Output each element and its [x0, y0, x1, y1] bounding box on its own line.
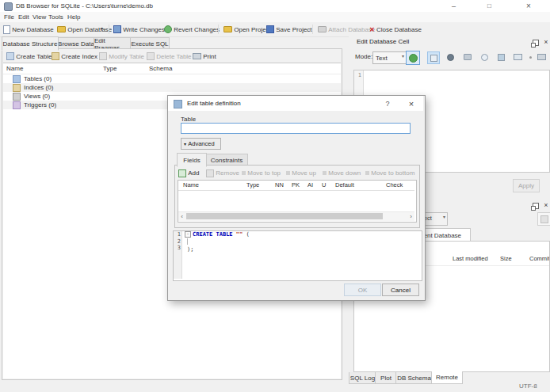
menu-help[interactable]: Help: [67, 12, 80, 22]
scroll-left-arrow[interactable]: ‹: [178, 212, 185, 220]
remote-column-commit[interactable]: Commit: [529, 254, 550, 264]
scroll-thumb[interactable]: [186, 213, 383, 219]
remote-float-button[interactable]: [531, 202, 540, 210]
cell-tool-button-2[interactable]: [445, 51, 456, 63]
cancel-button[interactable]: Cancel: [382, 284, 419, 296]
dialog-close-button[interactable]: ×: [401, 96, 422, 111]
fields-pane: Add Remove Move to top Move up Move down…: [174, 165, 420, 228]
print-icon: [193, 53, 201, 59]
help-icon: ?: [385, 100, 389, 108]
close-icon: ×: [526, 2, 531, 10]
print-cell-button[interactable]: [536, 51, 547, 63]
word-wrap-toggle[interactable]: [427, 51, 440, 64]
tree-column-type[interactable]: Type: [103, 63, 116, 74]
window-title: DB Browser for SQLite - C:\Users\turne\d…: [16, 0, 153, 12]
revert-changes-button[interactable]: Revert Changes: [164, 22, 220, 36]
move-to-top-icon: [242, 171, 246, 175]
tree-item-indices[interactable]: Indices (0): [3, 83, 341, 92]
remote-clone-button[interactable]: [537, 212, 550, 226]
import-button[interactable]: [462, 51, 473, 63]
open-project-button[interactable]: Open Project: [223, 22, 271, 36]
minimize-button[interactable]: –: [436, 0, 472, 12]
move-to-top-button[interactable]: Move to top: [242, 168, 281, 178]
identity-caret-icon: ▾: [443, 214, 445, 219]
advanced-button[interactable]: ▾ Advanced: [181, 138, 221, 150]
export-button[interactable]: [479, 51, 490, 63]
menu-tools[interactable]: Tools: [48, 12, 63, 22]
col-u[interactable]: U: [322, 181, 326, 190]
maximize-icon: □: [487, 2, 491, 10]
apply-button[interactable]: Apply: [513, 179, 540, 192]
col-pk[interactable]: PK: [292, 181, 300, 190]
auto-apply-toggle[interactable]: [406, 51, 420, 65]
edit-table-dialog: Edit table definition ? × Table ▾ Advanc…: [167, 95, 426, 301]
create-index-icon: [52, 52, 59, 60]
edit-cell-close-button[interactable]: ×: [542, 36, 550, 48]
open-database-button[interactable]: Open Database: [57, 22, 112, 36]
remove-field-button[interactable]: Remove: [206, 168, 239, 178]
remote-close-button[interactable]: ×: [542, 200, 550, 211]
dock-tab-db-schema[interactable]: DB Schema: [395, 372, 433, 384]
dock-tab-remote[interactable]: Remote: [431, 371, 463, 384]
save-cell-button[interactable]: [495, 51, 506, 63]
remote-column-last-modified[interactable]: Last modified: [453, 254, 488, 264]
fold-marker-icon[interactable]: -: [185, 231, 191, 238]
attach-database-button[interactable]: Attach Database: [318, 22, 375, 36]
tree-column-schema[interactable]: Schema: [149, 63, 172, 74]
tree-column-name[interactable]: Name: [6, 63, 23, 74]
ok-button[interactable]: OK: [344, 284, 381, 296]
tree-item-tables[interactable]: Tables (0): [3, 74, 341, 83]
fields-hscrollbar[interactable]: ‹ ›: [178, 211, 414, 221]
move-down-button[interactable]: Move down: [323, 168, 361, 178]
maximize-button[interactable]: □: [472, 0, 507, 12]
dialog-help-button[interactable]: ?: [379, 96, 396, 111]
col-default[interactable]: Default: [335, 181, 354, 190]
create-index-button[interactable]: Create Index: [52, 51, 97, 62]
create-table-button[interactable]: Create Table: [6, 51, 52, 62]
sql-preview[interactable]: 1 2 3 -CREATE TABLE "" ( );: [173, 230, 422, 281]
col-nn[interactable]: NN: [275, 181, 284, 190]
scroll-right-arrow[interactable]: ›: [407, 212, 414, 220]
clone-icon: [540, 215, 548, 223]
add-field-button[interactable]: Add: [178, 168, 199, 178]
dialog-tab-fields[interactable]: Fields: [177, 153, 207, 167]
new-database-button[interactable]: New Database: [3, 22, 54, 36]
menu-file[interactable]: File: [4, 12, 14, 22]
save-project-button[interactable]: Save Project: [266, 22, 312, 36]
mode-select[interactable]: Text ▾: [372, 51, 407, 64]
col-name[interactable]: Name: [183, 181, 199, 190]
minimize-icon: –: [452, 2, 456, 10]
mode-caret-icon: ▾: [402, 53, 404, 59]
move-up-button[interactable]: Move up: [286, 168, 316, 178]
open-database-caret-icon[interactable]: ▾: [101, 25, 103, 31]
col-check[interactable]: Check: [386, 181, 403, 190]
print-button[interactable]: Print: [193, 51, 216, 62]
set-null-button[interactable]: [526, 51, 534, 63]
dock-tab-plot[interactable]: Plot: [375, 372, 397, 384]
menu-edit[interactable]: Edit: [18, 12, 29, 22]
close-database-button[interactable]: ✕ Close Database: [369, 22, 422, 36]
close-button[interactable]: ×: [507, 0, 550, 12]
sql-code: -CREATE TABLE "" ( );: [185, 231, 418, 279]
remote-column-size[interactable]: Size: [500, 254, 512, 264]
open-project-icon: [223, 26, 232, 32]
sql-line-2: [185, 238, 418, 247]
write-changes-button[interactable]: Write Changes: [113, 22, 165, 36]
fullscreen-icon: [514, 54, 522, 60]
col-ai[interactable]: AI: [307, 181, 313, 190]
move-to-bottom-button[interactable]: Move to bottom: [365, 168, 414, 178]
col-type[interactable]: Type: [246, 181, 259, 190]
edit-cell-float-button[interactable]: [531, 39, 540, 47]
mode-value: Text: [376, 55, 388, 62]
dock-tab-sql-log[interactable]: SQL Log: [349, 372, 376, 384]
tab-database-structure[interactable]: Database Structure: [2, 36, 59, 51]
table-name-input[interactable]: [181, 123, 411, 134]
modify-table-button[interactable]: Modify Table: [99, 51, 144, 62]
fullscreen-button[interactable]: [512, 51, 523, 63]
title-bar: DB Browser for SQLite - C:\Users\turne\d…: [0, 0, 550, 12]
delete-table-button[interactable]: Delete Table: [147, 51, 192, 62]
sql-line-number: 2: [174, 238, 181, 245]
null-dot-icon: [529, 56, 532, 59]
menu-view[interactable]: View: [32, 12, 46, 22]
scroll-right-icon: ›: [410, 213, 412, 220]
